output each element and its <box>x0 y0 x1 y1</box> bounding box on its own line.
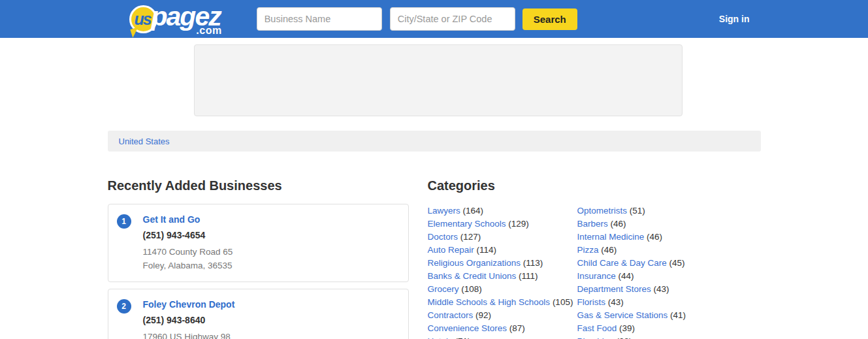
business-card: 1 Get It and Go (251) 943-4654 11470 Cou… <box>108 204 409 282</box>
category-count: (71) <box>455 336 471 339</box>
category-link[interactable]: Grocery <box>428 284 459 294</box>
category-link[interactable]: Insurance <box>577 271 616 281</box>
main-content: Recently Added Businesses 1 Get It and G… <box>108 178 761 339</box>
category-item: Insurance (44) <box>577 270 727 283</box>
category-link[interactable]: Fast Food <box>577 323 617 333</box>
categories-title: Categories <box>428 178 761 193</box>
business-name-link[interactable]: Foley Chevron Depot <box>143 299 235 310</box>
recent-businesses-title: Recently Added Businesses <box>108 178 409 193</box>
category-item: Grocery (108) <box>428 283 577 296</box>
business-name-input[interactable] <box>257 7 382 31</box>
category-link[interactable]: Banks & Credit Unions <box>428 271 517 281</box>
sign-in-link[interactable]: Sign in <box>719 14 750 24</box>
business-card: 2 Foley Chevron Depot (251) 943-8640 179… <box>108 289 409 339</box>
business-info: Foley Chevron Depot (251) 943-8640 17960… <box>143 299 235 339</box>
category-link[interactable]: Optometrists <box>577 206 628 216</box>
uspagez-logo[interactable]: us pagez .com <box>129 3 221 35</box>
category-link[interactable]: Contractors <box>428 310 474 320</box>
rank-badge: 2 <box>117 299 131 314</box>
category-link[interactable]: Elementary Schools <box>428 219 506 229</box>
category-link[interactable]: Convenience Stores <box>428 323 507 333</box>
category-count: (105) <box>553 297 573 307</box>
category-link[interactable]: Gas & Service Stations <box>577 310 668 320</box>
header-search-area: Search <box>257 7 577 31</box>
category-link[interactable]: Barbers <box>577 219 608 229</box>
category-count: (46) <box>647 232 662 242</box>
category-item: Child Care & Day Care (45) <box>577 257 727 270</box>
category-column-2: Optometrists (51) Barbers (46) Internal … <box>577 204 727 339</box>
category-link[interactable]: Doctors <box>428 232 458 242</box>
category-count: (45) <box>669 258 685 268</box>
category-item: Elementary Schools (129) <box>428 218 577 231</box>
category-link[interactable]: Department Stores <box>577 284 651 294</box>
category-link[interactable]: Pizza <box>577 245 599 255</box>
business-address-line1: 11470 County Road 65 <box>143 245 233 259</box>
category-count: (46) <box>601 245 617 255</box>
rank-badge: 1 <box>117 214 131 229</box>
business-list: 1 Get It and Go (251) 943-4654 11470 Cou… <box>108 204 409 339</box>
category-count: (129) <box>508 219 529 229</box>
category-count: (38) <box>617 336 632 339</box>
navbar-inner: us pagez .com Search Sign in <box>108 0 761 38</box>
category-link[interactable]: Religious Organizations <box>428 258 521 268</box>
category-item: Plumbing (38) <box>577 335 727 339</box>
top-navbar: us pagez .com Search Sign in <box>0 0 868 38</box>
category-count: (114) <box>477 245 497 255</box>
category-count: (164) <box>463 206 484 216</box>
category-link[interactable]: Auto Repair <box>428 245 474 255</box>
category-count: (41) <box>670 310 686 320</box>
category-column-1: Lawyers (164) Elementary Schools (129) D… <box>428 204 577 339</box>
business-phone: (251) 943-8640 <box>143 315 235 325</box>
category-count: (92) <box>475 310 491 320</box>
category-item: Auto Repair (114) <box>428 244 577 257</box>
category-link[interactable]: Lawyers <box>428 206 460 216</box>
category-count: (44) <box>619 271 634 281</box>
breadcrumb: United States <box>108 131 761 152</box>
category-link[interactable]: Hotels <box>428 336 453 339</box>
logo-us-text: us <box>134 10 152 29</box>
category-item: Religious Organizations (113) <box>428 257 577 270</box>
category-item: Contractors (92) <box>428 309 577 322</box>
logo-pagez-text: pagez <box>152 3 221 35</box>
category-link[interactable]: Internal Medicine <box>577 232 645 242</box>
category-count: (43) <box>654 284 669 294</box>
category-count: (111) <box>519 271 538 281</box>
business-name-link[interactable]: Get It and Go <box>143 214 201 225</box>
category-item: Banks & Credit Unions (111) <box>428 270 577 283</box>
category-count: (46) <box>611 219 626 229</box>
category-item: Hotels (71) <box>428 335 577 339</box>
category-link[interactable]: Middle Schools & High Schools <box>428 297 551 307</box>
business-address-line1: 17960 US Highway 98 <box>143 330 235 339</box>
category-item: Pizza (46) <box>577 244 727 257</box>
business-address-line2: Foley, Alabama, 36535 <box>143 259 233 272</box>
category-item: Gas & Service Stations (41) <box>577 309 727 322</box>
category-item: Barbers (46) <box>577 218 727 231</box>
breadcrumb-united-states-link[interactable]: United States <box>119 137 170 146</box>
category-count: (108) <box>461 284 482 294</box>
category-count: (51) <box>630 206 645 216</box>
category-item: Doctors (127) <box>428 231 577 244</box>
business-address: 17960 US Highway 98 Foley, Alabama, 3653… <box>143 330 235 339</box>
category-count: (87) <box>509 323 525 333</box>
business-address: 11470 County Road 65 Foley, Alabama, 365… <box>143 245 233 272</box>
category-item: Fast Food (39) <box>577 322 727 335</box>
location-input[interactable] <box>390 7 515 31</box>
category-count: (113) <box>523 258 543 268</box>
page-container: United States Recently Added Businesses … <box>108 44 761 339</box>
business-phone: (251) 943-4654 <box>143 230 233 240</box>
category-link[interactable]: Florists <box>577 297 606 307</box>
category-count: (127) <box>460 232 481 242</box>
category-count: (43) <box>608 297 624 307</box>
category-item: Optometrists (51) <box>577 204 727 218</box>
search-button[interactable]: Search <box>522 8 577 30</box>
category-link[interactable]: Child Care & Day Care <box>577 258 667 268</box>
category-count: (39) <box>619 323 635 333</box>
business-info: Get It and Go (251) 943-4654 11470 Count… <box>143 214 233 272</box>
category-item: Lawyers (164) <box>428 204 577 218</box>
recent-businesses-section: Recently Added Businesses 1 Get It and G… <box>108 178 409 339</box>
category-item: Middle Schools & High Schools (105) <box>428 296 577 309</box>
category-item: Florists (43) <box>577 296 727 309</box>
category-item: Convenience Stores (87) <box>428 322 577 335</box>
category-item: Internal Medicine (46) <box>577 231 727 244</box>
category-link[interactable]: Plumbing <box>577 336 614 339</box>
